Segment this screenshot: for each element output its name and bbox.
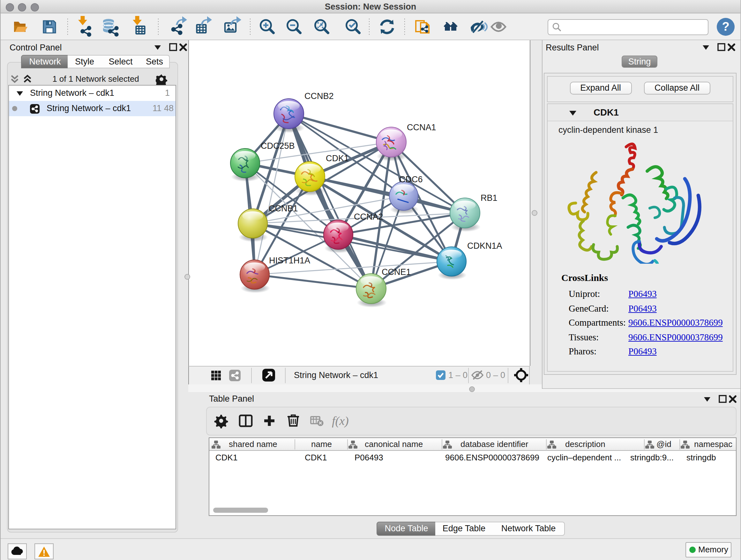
svg-text:CDC25B: CDC25B bbox=[260, 141, 294, 151]
svg-text:HIST1H1A: HIST1H1A bbox=[269, 256, 310, 265]
svg-text:CDKN1A: CDKN1A bbox=[467, 241, 502, 251]
svg-text:CDK1: CDK1 bbox=[326, 153, 348, 163]
svg-text:CCNE1: CCNE1 bbox=[381, 267, 411, 277]
svg-text:CCNB1: CCNB1 bbox=[268, 204, 298, 213]
svg-text:CCNA2: CCNA2 bbox=[354, 212, 383, 222]
svg-text:CDC6: CDC6 bbox=[399, 175, 422, 184]
svg-text:RB1: RB1 bbox=[480, 193, 497, 203]
svg-text:f(x): f(x) bbox=[332, 414, 348, 428]
svg-text:CCNA1: CCNA1 bbox=[407, 123, 436, 132]
svg-text:CCNB2: CCNB2 bbox=[304, 91, 333, 101]
